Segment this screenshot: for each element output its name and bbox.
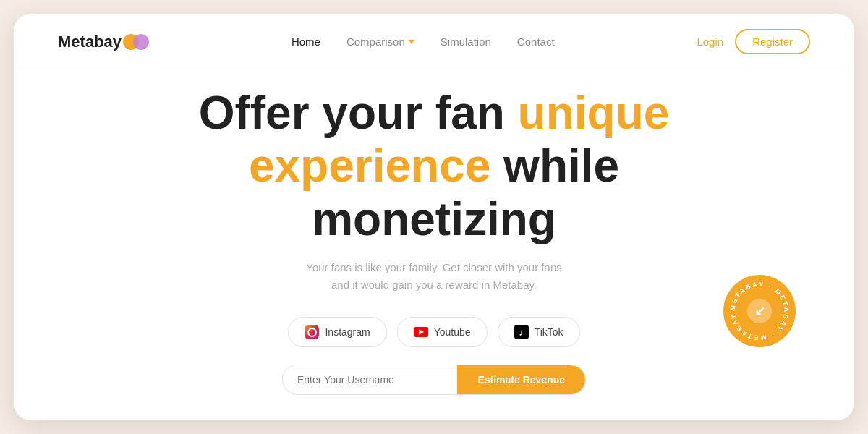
estimate-revenue-button[interactable]: Estimate Revenue xyxy=(457,365,585,394)
brand-name: Metabay xyxy=(58,33,122,51)
hero-title: Offer your fan uniqueexperience whilemon… xyxy=(199,87,670,247)
tiktok-label: TikTok xyxy=(535,326,563,338)
nav-item-home[interactable]: Home xyxy=(292,35,320,48)
nav-item-simulation[interactable]: Simulation xyxy=(441,35,491,48)
hero-section: Offer your fan uniqueexperience whilemon… xyxy=(14,69,854,420)
logo: Metabay xyxy=(58,33,149,51)
nav-item-comparison[interactable]: Comparison xyxy=(346,35,414,48)
nav-links: Home Comparison Simulation Contact xyxy=(292,35,555,48)
youtube-icon xyxy=(414,327,428,337)
circle-badge: METABAY · METABAY · METABAY · ↙ xyxy=(723,275,796,347)
circle-badge-ring: METABAY · METABAY · METABAY · ↙ xyxy=(723,275,796,347)
register-button[interactable]: Register xyxy=(735,29,810,54)
nav-link-comparison[interactable]: Comparison xyxy=(346,35,405,48)
nav-link-contact[interactable]: Contact xyxy=(517,35,555,48)
navbar: Metabay Home Comparison Simulation Conta… xyxy=(14,14,854,69)
instagram-label: Instagram xyxy=(325,326,370,338)
nav-item-contact[interactable]: Contact xyxy=(517,35,555,48)
tiktok-button[interactable]: ♪ TikTok xyxy=(498,317,580,347)
youtube-label: Youtube xyxy=(434,326,471,338)
logo-circle-purple xyxy=(133,34,149,50)
logo-icon xyxy=(126,34,149,50)
login-link[interactable]: Login xyxy=(697,35,723,48)
cta-row: Estimate Revenue xyxy=(282,365,586,395)
hero-title-part1: Offer your fan xyxy=(199,87,518,139)
nav-auth: Login Register xyxy=(697,29,810,54)
instagram-button[interactable]: Instagram xyxy=(288,317,386,347)
chevron-down-icon xyxy=(409,40,414,44)
circle-badge-svg: METABAY · METABAY · METABAY · xyxy=(723,275,796,347)
tiktok-icon: ♪ xyxy=(514,325,529,339)
main-window: Metabay Home Comparison Simulation Conta… xyxy=(14,14,854,420)
platform-buttons: Instagram Youtube ♪ TikTok xyxy=(288,317,579,347)
youtube-button[interactable]: Youtube xyxy=(397,317,488,347)
nav-comparison-wrapper[interactable]: Comparison xyxy=(346,35,414,48)
nav-link-simulation[interactable]: Simulation xyxy=(441,35,491,48)
instagram-icon xyxy=(305,325,319,339)
hero-subtitle: Your fans is like your family. Get close… xyxy=(297,259,571,294)
username-input[interactable] xyxy=(283,365,457,394)
svg-text:METABAY · METABAY · METABAY ·: METABAY · METABAY · METABAY · xyxy=(723,275,790,341)
nav-link-home[interactable]: Home xyxy=(292,35,320,48)
